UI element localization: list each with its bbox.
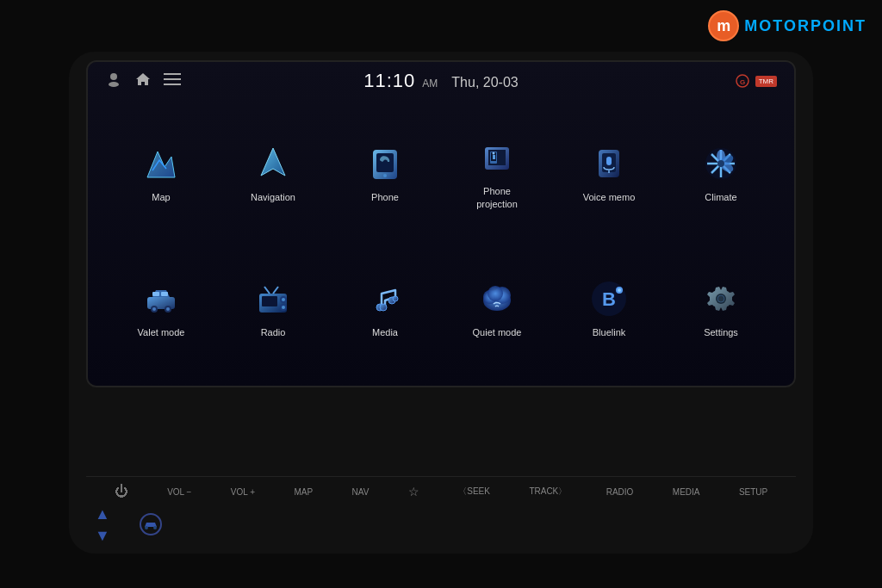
svg-rect-2 bbox=[164, 73, 181, 75]
car-icon-bottom bbox=[138, 511, 164, 537]
phone-icon bbox=[363, 141, 407, 186]
svg-rect-3 bbox=[164, 78, 181, 80]
svg-line-45 bbox=[273, 287, 278, 294]
seek-prev-button[interactable]: 〈SEEK bbox=[458, 486, 490, 498]
screen-content: 11:10 AM Thu, 20-03 G TMR bbox=[88, 62, 794, 386]
svg-point-43 bbox=[282, 306, 285, 309]
tmr-badge: TMR bbox=[755, 76, 777, 87]
track-next-button[interactable]: TRACK〉 bbox=[529, 486, 567, 498]
vol-up-label: VOL + bbox=[231, 487, 255, 497]
status-right-icons: G TMR bbox=[733, 74, 777, 88]
app-media[interactable]: Media bbox=[332, 244, 438, 372]
radio-label: Radio bbox=[261, 326, 286, 338]
app-quiet-mode[interactable]: Quiet mode bbox=[444, 244, 550, 372]
map-btn-label: MAP bbox=[295, 487, 314, 497]
app-bluelink[interactable]: B Bluelink bbox=[556, 244, 662, 372]
app-voice-memo[interactable]: Voice memo bbox=[556, 108, 662, 237]
climate-icon bbox=[699, 141, 743, 186]
svg-point-37 bbox=[166, 307, 170, 311]
svg-point-59 bbox=[717, 295, 724, 302]
bluelink-icon: B bbox=[587, 276, 631, 321]
arrow-up-button[interactable]: ▲ bbox=[95, 505, 110, 523]
nav-btn-label: NAV bbox=[352, 487, 370, 497]
svg-point-36 bbox=[152, 307, 156, 311]
infotainment-screen: 11:10 AM Thu, 20-03 G TMR bbox=[86, 60, 796, 387]
svg-rect-20 bbox=[606, 157, 612, 165]
climate-label: Climate bbox=[705, 191, 736, 203]
app-climate[interactable]: Climate bbox=[668, 108, 773, 237]
svg-point-16 bbox=[493, 152, 495, 155]
vol-down-label: VOL − bbox=[167, 487, 191, 497]
valet-mode-icon bbox=[139, 276, 183, 321]
settings-icon bbox=[699, 276, 743, 321]
nav-button[interactable]: NAV bbox=[352, 487, 370, 497]
radio-icon bbox=[251, 276, 295, 321]
vol-up-button[interactable]: VOL + bbox=[231, 487, 255, 497]
setup-button[interactable]: SETUP bbox=[739, 487, 767, 497]
svg-point-0 bbox=[110, 73, 117, 80]
svg-point-61 bbox=[145, 526, 148, 529]
svg-marker-7 bbox=[147, 152, 175, 177]
motorpoint-brand: MOTORPOINT bbox=[744, 17, 866, 35]
svg-point-30 bbox=[717, 160, 724, 167]
quiet-mode-label: Quiet mode bbox=[473, 326, 522, 338]
quiet-mode-icon bbox=[475, 276, 519, 321]
connectivity-icon: G bbox=[733, 74, 752, 88]
svg-rect-17 bbox=[493, 155, 495, 159]
map-icon bbox=[139, 141, 183, 186]
bluelink-label: Bluelink bbox=[593, 326, 626, 338]
svg-point-62 bbox=[153, 526, 157, 529]
svg-rect-33 bbox=[161, 292, 168, 296]
phone-projection-label: Phone projection bbox=[476, 185, 518, 210]
settings-label: Settings bbox=[704, 326, 738, 338]
clock-ampm: AM bbox=[422, 77, 438, 90]
app-radio[interactable]: Radio bbox=[220, 244, 326, 372]
svg-point-41 bbox=[282, 298, 285, 301]
map-label: Map bbox=[152, 191, 170, 203]
menu-icon[interactable] bbox=[164, 73, 181, 89]
arrow-down-button[interactable]: ▼ bbox=[95, 527, 110, 545]
favorite-button[interactable]: ☆ bbox=[408, 485, 419, 498]
app-grid: Map bbox=[88, 100, 794, 386]
svg-point-11 bbox=[383, 174, 387, 177]
radio-button[interactable]: RADIO bbox=[606, 487, 634, 497]
svg-line-44 bbox=[264, 287, 270, 294]
vol-down-button[interactable]: VOL − bbox=[167, 487, 191, 497]
svg-point-53 bbox=[488, 286, 503, 301]
voice-memo-icon bbox=[587, 141, 631, 186]
media-icon bbox=[363, 276, 407, 321]
valet-mode-label: Valet mode bbox=[138, 326, 185, 338]
svg-rect-4 bbox=[164, 84, 181, 85]
clock-time: 11:10 bbox=[363, 70, 415, 92]
svg-rect-32 bbox=[152, 292, 159, 296]
media-label: Media bbox=[372, 326, 398, 338]
app-map[interactable]: Map bbox=[109, 108, 214, 237]
app-settings[interactable]: Settings bbox=[668, 244, 773, 372]
navigation-icon bbox=[251, 141, 295, 186]
app-navigation[interactable]: Navigation bbox=[220, 108, 326, 237]
motorpoint-logo: m MOTORPOINT bbox=[708, 10, 866, 41]
svg-point-1 bbox=[109, 82, 119, 87]
map-button[interactable]: MAP bbox=[295, 487, 314, 497]
status-bar: 11:10 AM Thu, 20-03 G TMR bbox=[88, 62, 794, 100]
power-button[interactable]: ⏻ bbox=[115, 484, 128, 499]
user-icon bbox=[105, 71, 122, 91]
svg-rect-10 bbox=[376, 153, 394, 172]
app-phone[interactable]: Phone bbox=[332, 108, 438, 237]
app-valet-mode[interactable]: Valet mode bbox=[109, 244, 214, 372]
svg-point-47 bbox=[380, 304, 387, 311]
media-button[interactable]: MEDIA bbox=[673, 487, 700, 497]
car-body: 11:10 AM Thu, 20-03 G TMR bbox=[69, 52, 813, 554]
svg-rect-39 bbox=[262, 296, 277, 306]
svg-point-57 bbox=[618, 288, 621, 292]
home-icon[interactable] bbox=[134, 71, 152, 91]
time-date-display: 11:10 AM Thu, 20-03 bbox=[363, 70, 518, 92]
motorpoint-icon: m bbox=[708, 10, 739, 41]
date-display: Thu, 20-03 bbox=[451, 75, 518, 90]
app-phone-projection[interactable]: Phone projection bbox=[444, 108, 550, 237]
phone-projection-icon bbox=[475, 135, 519, 180]
svg-text:B: B bbox=[602, 288, 616, 310]
svg-point-49 bbox=[393, 296, 398, 301]
svg-text:G: G bbox=[740, 78, 745, 86]
status-left-icons bbox=[105, 71, 181, 91]
